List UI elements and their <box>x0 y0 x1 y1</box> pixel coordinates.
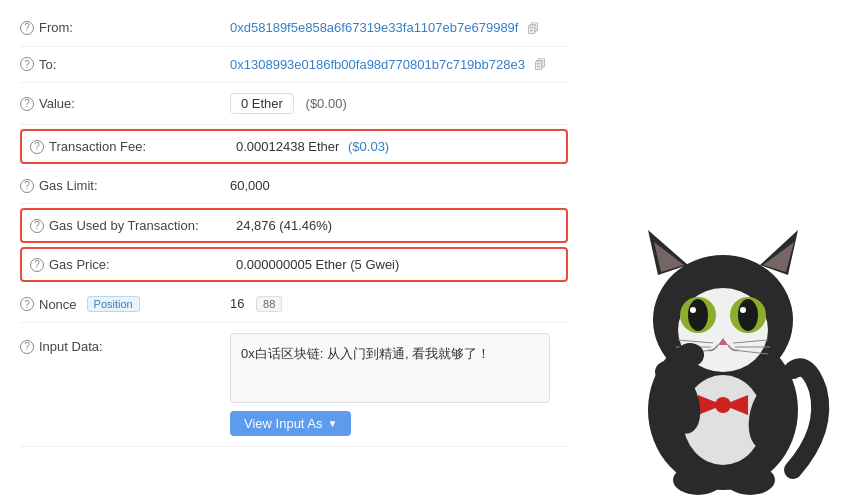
view-input-label: View Input As <box>244 416 323 431</box>
from-help-icon[interactable]: ? <box>20 21 34 35</box>
input-data-value-cell: 0x白话区块链: 从入门到精通, 看我就够了！ View Input As ▼ <box>230 333 568 436</box>
value-row: ? Value: 0 Ether ($0.00) <box>20 83 568 125</box>
from-label-cell: ? From: <box>20 20 230 35</box>
tx-fee-usd: ($0.03) <box>348 139 389 154</box>
value-label-cell: ? Value: <box>20 96 230 111</box>
input-data-label: Input Data: <box>39 339 103 354</box>
cat-svg <box>598 200 848 500</box>
tx-fee-value: 0.00012438 Ether ($0.03) <box>236 139 562 154</box>
nonce-position-value: 88 <box>256 296 282 312</box>
cat-illustration <box>598 200 848 500</box>
from-address-link[interactable]: 0xd58189f5e858a6f67319e33fa1107eb7e67998… <box>230 20 518 35</box>
svg-point-10 <box>738 299 758 331</box>
value-amount: 0 Ether <box>230 93 294 114</box>
nonce-position-badge: Position <box>87 296 140 312</box>
svg-point-29 <box>725 465 775 495</box>
svg-point-11 <box>690 307 696 313</box>
tx-fee-label: Transaction Fee: <box>49 139 146 154</box>
gas-limit-value: 60,000 <box>230 178 568 193</box>
gas-price-label-cell: ? Gas Price: <box>26 257 236 272</box>
to-label-cell: ? To: <box>20 57 230 72</box>
input-data-help-icon[interactable]: ? <box>20 340 34 354</box>
nonce-value: 16 <box>230 296 244 311</box>
gas-price-label: Gas Price: <box>49 257 110 272</box>
nonce-row: ? Nonce Position 16 88 <box>20 286 568 323</box>
tx-fee-help-icon[interactable]: ? <box>30 140 44 154</box>
right-panel <box>588 0 848 500</box>
from-label: From: <box>39 20 73 35</box>
tx-fee-amount: 0.00012438 Ether <box>236 139 339 154</box>
to-help-icon[interactable]: ? <box>20 57 34 71</box>
to-row: ? To: 0x1308993e0186fb00fa98d770801b7c71… <box>20 47 568 84</box>
from-copy-icon[interactable]: 🗐 <box>527 22 541 36</box>
gas-used-label: Gas Used by Transaction: <box>49 218 199 233</box>
to-copy-icon[interactable]: 🗐 <box>534 58 548 72</box>
tx-fee-row: ? Transaction Fee: 0.00012438 Ether ($0.… <box>20 129 568 164</box>
svg-point-26 <box>676 343 704 367</box>
nonce-help-icon[interactable]: ? <box>20 297 34 311</box>
value-label: Value: <box>39 96 75 111</box>
to-value: 0x1308993e0186fb00fa98d770801b7c719bb728… <box>230 57 568 73</box>
gas-price-row: ? Gas Price: 0.000000005 Ether (5 Gwei) <box>20 247 568 282</box>
gas-price-value: 0.000000005 Ether (5 Gwei) <box>236 257 562 272</box>
svg-point-9 <box>688 299 708 331</box>
svg-point-28 <box>673 465 723 495</box>
gas-used-help-icon[interactable]: ? <box>30 219 44 233</box>
from-row: ? From: 0xd58189f5e858a6f67319e33fa1107e… <box>20 10 568 47</box>
nonce-label: Nonce <box>39 297 77 312</box>
gas-used-label-cell: ? Gas Used by Transaction: <box>26 218 236 233</box>
to-address-link[interactable]: 0x1308993e0186fb00fa98d770801b7c719bb728… <box>230 57 525 72</box>
left-panel: ? From: 0xd58189f5e858a6f67319e33fa1107e… <box>0 0 588 500</box>
from-value: 0xd58189f5e858a6f67319e33fa1107eb7e67998… <box>230 20 568 36</box>
input-data-row: ? Input Data: 0x白话区块链: 从入门到精通, 看我就够了！ Vi… <box>20 323 568 447</box>
tx-fee-label-cell: ? Transaction Fee: <box>26 139 236 154</box>
page-container: ? From: 0xd58189f5e858a6f67319e33fa1107e… <box>0 0 848 500</box>
gas-used-row: ? Gas Used by Transaction: 24,876 (41.46… <box>20 208 568 243</box>
svg-point-23 <box>715 397 731 413</box>
gas-limit-help-icon[interactable]: ? <box>20 179 34 193</box>
gas-limit-label: Gas Limit: <box>39 178 98 193</box>
value-help-icon[interactable]: ? <box>20 97 34 111</box>
nonce-label-cell: ? Nonce Position <box>20 296 230 312</box>
input-data-content: 0x白话区块链: 从入门到精通, 看我就够了！ <box>230 333 550 403</box>
view-input-as-button[interactable]: View Input As ▼ <box>230 411 351 436</box>
nonce-values: 16 88 <box>230 296 568 312</box>
chevron-down-icon: ▼ <box>328 418 338 429</box>
gas-limit-row: ? Gas Limit: 60,000 <box>20 168 568 204</box>
gas-limit-label-cell: ? Gas Limit: <box>20 178 230 193</box>
svg-point-12 <box>740 307 746 313</box>
gas-used-value: 24,876 (41.46%) <box>236 218 562 233</box>
to-label: To: <box>39 57 56 72</box>
value-usd: ($0.00) <box>306 96 347 111</box>
gas-price-help-icon[interactable]: ? <box>30 258 44 272</box>
input-data-label-cell: ? Input Data: <box>20 333 230 354</box>
value-value: 0 Ether ($0.00) <box>230 93 568 114</box>
